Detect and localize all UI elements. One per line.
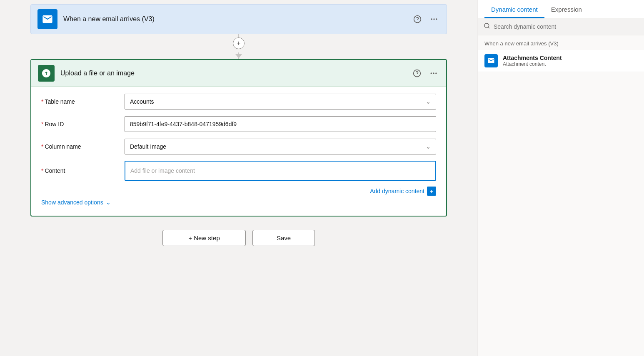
panel-section-header: When a new email arrives (V3) [478, 35, 644, 50]
column-name-chevron-icon: ⌄ [426, 143, 431, 150]
action-card: Upload a file or an image [30, 59, 447, 217]
table-name-label: *Table name [41, 98, 125, 105]
connector-arrow [235, 54, 242, 58]
content-input[interactable]: Add file or image content [125, 161, 436, 181]
panel-search [478, 18, 644, 35]
add-dynamic-content-link[interactable]: Add dynamic content [370, 188, 424, 194]
add-step-button[interactable]: + [233, 37, 245, 49]
svg-point-2 [431, 18, 432, 20]
table-name-value: Accounts [130, 98, 426, 105]
action-help-button[interactable] [411, 67, 423, 79]
action-more-button[interactable] [428, 67, 439, 79]
connector: + [30, 34, 447, 59]
action-title: Upload a file or an image [60, 70, 411, 77]
show-advanced-button[interactable]: Show advanced options ⌄ [41, 199, 111, 206]
required-star-2: * [41, 121, 43, 127]
attachments-content-item[interactable]: Attachments Content Attachment content [478, 50, 644, 72]
action-card-icon [38, 65, 55, 82]
new-step-button[interactable]: + New step [162, 230, 246, 246]
column-name-row: *Column name Default Image ⌄ [41, 138, 436, 155]
svg-point-7 [431, 72, 432, 74]
trigger-card: When a new email arrives (V3) [30, 4, 447, 34]
column-name-label: *Column name [41, 143, 125, 150]
required-star: * [41, 98, 43, 105]
svg-point-9 [435, 72, 437, 74]
row-id-row: *Row ID [41, 116, 436, 132]
required-star-3: * [41, 143, 43, 150]
svg-point-3 [433, 18, 434, 20]
attachments-subtitle: Attachment content [503, 61, 562, 67]
row-id-label: *Row ID [41, 121, 125, 127]
tab-expression[interactable]: Expression [544, 0, 589, 18]
required-star-4: * [41, 167, 43, 174]
show-advanced-chevron-icon: ⌄ [106, 199, 111, 206]
trigger-icon [37, 9, 57, 29]
dynamic-content-badge: + [427, 187, 436, 196]
save-button[interactable]: Save [252, 230, 315, 246]
action-header-buttons [411, 67, 439, 79]
right-panel: Dynamic content Expression When a new em… [477, 0, 644, 356]
show-advanced-label: Show advanced options [41, 199, 103, 206]
column-name-value: Default Image [130, 143, 426, 150]
action-card-header: Upload a file or an image [31, 60, 446, 87]
row-id-input[interactable] [125, 116, 436, 132]
table-name-row: *Table name Accounts ⌄ [41, 93, 436, 110]
content-control: Add file or image content [125, 161, 436, 181]
content-label: *Content [41, 167, 125, 174]
search-icon [484, 22, 490, 31]
panel-tabs: Dynamic content Expression [478, 0, 644, 18]
trigger-more-button[interactable] [428, 13, 440, 25]
action-card-body: *Table name Accounts ⌄ *Row ID [31, 87, 446, 216]
attachments-icon [484, 54, 498, 67]
content-row: *Content Add file or image content [41, 161, 436, 181]
svg-point-8 [433, 72, 434, 74]
table-name-chevron-icon: ⌄ [426, 98, 431, 105]
attachments-title: Attachments Content [503, 55, 562, 61]
svg-line-11 [488, 27, 489, 28]
dynamic-content-row: Add dynamic content + [41, 187, 436, 196]
trigger-actions [412, 13, 440, 25]
row-id-control [125, 116, 436, 132]
column-name-control: Default Image ⌄ [125, 139, 436, 154]
table-name-control: Accounts ⌄ [125, 94, 436, 110]
table-name-select[interactable]: Accounts ⌄ [125, 94, 436, 110]
attachments-info: Attachments Content Attachment content [503, 55, 562, 67]
tab-dynamic-content[interactable]: Dynamic content [484, 0, 544, 18]
trigger-help-button[interactable] [412, 13, 423, 25]
column-name-select[interactable]: Default Image ⌄ [125, 139, 436, 154]
svg-point-4 [436, 18, 437, 20]
svg-point-10 [484, 23, 489, 28]
bottom-buttons: + New step Save [30, 230, 447, 246]
content-placeholder: Add file or image content [130, 167, 195, 174]
trigger-title: When a new email arrives (V3) [63, 15, 412, 23]
search-input[interactable] [494, 23, 638, 30]
